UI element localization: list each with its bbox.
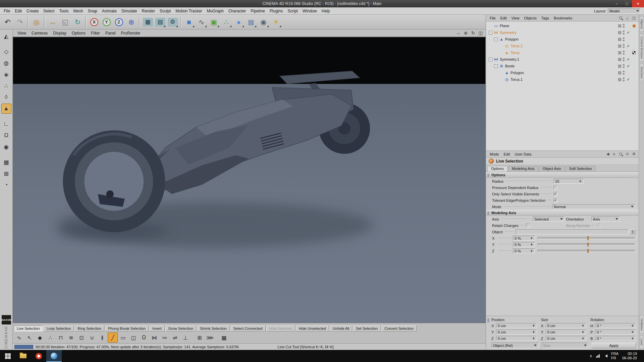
enabled-check[interactable]: ✓: [626, 44, 630, 48]
visibility-dots[interactable]: [623, 57, 625, 61]
cinema4d-icon[interactable]: [46, 350, 62, 362]
menu-render[interactable]: Render: [140, 8, 157, 14]
expander-icon[interactable]: −: [494, 38, 498, 41]
expander-icon[interactable]: −: [494, 64, 498, 68]
subdivision-surface-icon[interactable]: ▣: [208, 16, 220, 28]
object-manager-menu-file[interactable]: File: [487, 16, 498, 20]
render-settings-icon[interactable]: ⚙: [166, 16, 179, 28]
x-percent-field[interactable]: 0 %: [513, 236, 535, 241]
menu-character[interactable]: Character: [226, 8, 249, 14]
attribute-manager-menu-edit[interactable]: Edit: [501, 152, 513, 156]
apply-button[interactable]: Apply: [592, 343, 636, 348]
file-explorer-icon[interactable]: [15, 350, 31, 362]
search-icon[interactable]: [619, 16, 623, 20]
create-point-tool-icon[interactable]: ∴: [45, 333, 55, 343]
visibility-dots[interactable]: [623, 31, 625, 35]
snap-icon[interactable]: Ω: [1, 130, 11, 140]
redo-icon[interactable]: ↷: [14, 16, 26, 28]
start-button[interactable]: [0, 350, 15, 362]
workplane-lock-icon[interactable]: ▦: [1, 157, 11, 167]
editor-visibility-dot[interactable]: [623, 44, 625, 46]
layer-chip[interactable]: [618, 58, 621, 61]
lock-icon[interactable]: ⊙: [625, 152, 630, 157]
menu-select[interactable]: Select: [41, 8, 57, 14]
object-manager-menu-view[interactable]: View: [509, 16, 522, 20]
expander-icon[interactable]: −: [489, 31, 492, 35]
close-polygon-hole-tool-icon[interactable]: ⊡: [76, 333, 87, 343]
menu-window[interactable]: Window: [300, 8, 319, 14]
plane-cut-tool-icon[interactable]: ▭: [118, 333, 128, 343]
editor-visibility-dot[interactable]: [623, 24, 625, 25]
simulation-icon[interactable]: ●: [232, 16, 245, 28]
visibility-dots[interactable]: [623, 77, 625, 81]
workplane-mode-icon[interactable]: ◈: [1, 69, 11, 79]
value-stepper[interactable]: [582, 330, 585, 334]
render-visibility-dot[interactable]: [623, 46, 625, 48]
value-stepper[interactable]: [582, 336, 585, 341]
pan-view-icon[interactable]: ↔: [455, 30, 462, 36]
settings-icon[interactable]: ⚙: [631, 152, 637, 157]
menu-script[interactable]: Script: [285, 8, 300, 14]
attribute-manager-menu-user-data[interactable]: User Data: [513, 152, 534, 156]
options-group-header[interactable]: Options: [486, 172, 639, 178]
cloner-icon[interactable]: ∴: [220, 16, 232, 28]
toggle-views-icon[interactable]: ◫: [477, 30, 484, 36]
live-selection-tool-icon[interactable]: ◎: [30, 16, 43, 28]
render-visibility-dot[interactable]: [623, 80, 625, 81]
history-forward-icon[interactable]: ▶: [612, 152, 617, 157]
object-manager-menu-objects[interactable]: Objects: [522, 16, 539, 20]
along-normals-checkbox[interactable]: [597, 224, 601, 228]
expander-icon[interactable]: −: [489, 58, 492, 61]
visibility-dots[interactable]: [623, 44, 625, 48]
modeling-axis-group-header[interactable]: Modeling Axis: [486, 210, 639, 216]
weld-tool-icon[interactable]: ∪: [87, 333, 97, 343]
magnet-tool-icon[interactable]: Ω: [139, 333, 149, 343]
lock-icon[interactable]: ⊠: [1, 169, 11, 179]
coord-field-position-z[interactable]: 0 cm: [496, 336, 537, 341]
tree-row-torus-2[interactable]: ◎Torus.2✓: [486, 43, 639, 49]
render-visibility-dot[interactable]: [623, 73, 625, 75]
light-icon[interactable]: ☀: [270, 16, 282, 28]
hide-selected-button[interactable]: Hide Selected: [266, 325, 296, 331]
pressure-checkbox[interactable]: [553, 186, 557, 190]
model-mode-icon[interactable]: ◇: [1, 47, 11, 57]
layer-chip[interactable]: [618, 31, 621, 34]
only-visible-checkbox[interactable]: ✓: [553, 192, 557, 196]
matrix-extrude-tool-icon[interactable]: ⋙: [205, 333, 215, 343]
invert-button[interactable]: Invert: [149, 325, 165, 331]
coordinate-mode-dropdown[interactable]: Object (Rel): [491, 343, 538, 348]
menu-motion-tracker[interactable]: Motion Tracker: [173, 8, 204, 14]
x-axis-slider[interactable]: [538, 237, 635, 239]
z-axis-slider[interactable]: [538, 250, 635, 252]
points-mode-icon[interactable]: ∴: [1, 81, 11, 91]
coord-field-size-x[interactable]: 0 cm: [546, 323, 587, 328]
render-picture-viewer-icon[interactable]: ▤: [154, 16, 166, 28]
axis-dropdown[interactable]: Selected: [533, 217, 565, 222]
brush-tool-icon[interactable]: ≋: [66, 333, 76, 343]
undo-icon[interactable]: ↶: [1, 16, 14, 28]
zoom-view-icon[interactable]: ⊕: [463, 30, 469, 36]
live-selection-button[interactable]: Live Selection: [14, 325, 43, 331]
floor-icon[interactable]: ▦: [245, 16, 257, 28]
value-stepper[interactable]: [532, 336, 535, 341]
visibility-dots[interactable]: [623, 37, 625, 41]
render-visibility-dot[interactable]: [623, 66, 625, 68]
editor-visibility-dot[interactable]: [623, 64, 625, 66]
visibility-dots[interactable]: [623, 24, 625, 28]
tree-row-torus[interactable]: ▲Torus: [486, 49, 639, 56]
tree-row-polygon[interactable]: ▲Polygon: [486, 69, 639, 76]
y-axis-slider[interactable]: [538, 243, 635, 246]
make-editable-icon[interactable]: ◭: [1, 31, 11, 41]
rotate-view-icon[interactable]: ↻: [470, 30, 476, 36]
render-view-icon[interactable]: ▦: [142, 16, 154, 28]
enabled-check[interactable]: ✓: [626, 57, 630, 62]
enabled-check[interactable]: ✓: [626, 31, 630, 35]
panel-icon[interactable]: ◫: [631, 15, 637, 21]
menu-snap[interactable]: Snap: [86, 8, 100, 14]
loop-cut-tool-icon[interactable]: ◫: [128, 333, 139, 343]
bridge-tool-icon[interactable]: ⊓: [56, 333, 66, 343]
layer-chip[interactable]: [618, 45, 621, 48]
loop-selection-button[interactable]: Loop Selection: [44, 325, 74, 331]
coord-field-position-x[interactable]: 0 cm: [496, 323, 537, 328]
radius-field[interactable]: 10: [553, 179, 584, 184]
